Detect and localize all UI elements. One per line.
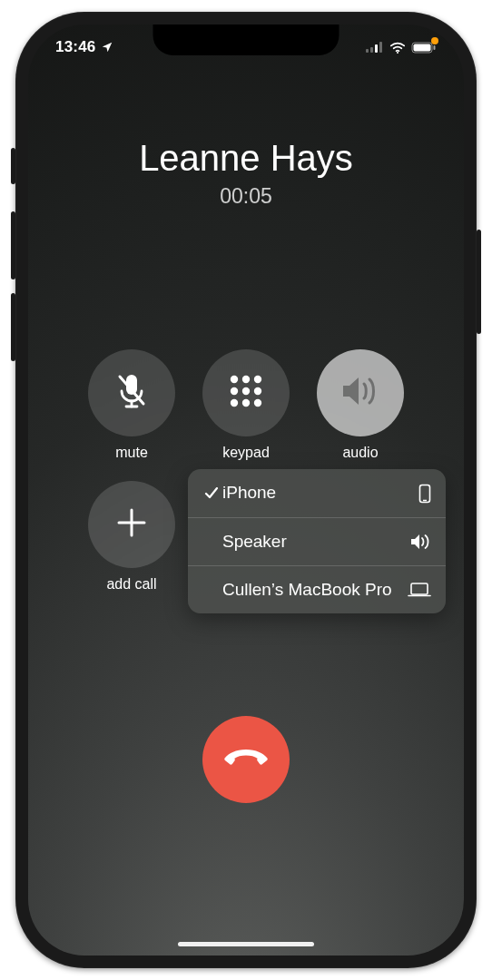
laptop-icon (408, 582, 431, 598)
microphone-indicator-icon (431, 37, 438, 44)
call-duration: 00:05 (28, 184, 464, 209)
home-indicator[interactable] (178, 942, 314, 946)
svg-point-14 (254, 387, 261, 395)
add-call-label: add call (106, 576, 156, 593)
audio-route-speaker[interactable]: Speaker (188, 517, 446, 565)
end-call-icon (222, 747, 270, 772)
keypad-label: keypad (222, 445, 270, 461)
svg-point-4 (397, 51, 399, 53)
audio-route-menu: iPhone Speaker (188, 469, 446, 613)
mute-label: mute (115, 445, 148, 461)
iphone-frame: 13:46 (15, 12, 477, 968)
audio-button[interactable]: audio (316, 349, 405, 461)
caller-name: Leanne Hays (28, 138, 464, 179)
svg-rect-20 (411, 583, 428, 594)
svg-point-17 (254, 399, 261, 407)
svg-rect-2 (375, 44, 378, 53)
phone-outline-icon (408, 484, 431, 504)
wifi-icon (389, 42, 406, 54)
end-call-button[interactable] (202, 716, 290, 803)
svg-rect-6 (414, 44, 431, 51)
notch (153, 24, 339, 55)
microphone-mute-icon (113, 371, 150, 415)
svg-point-16 (242, 399, 250, 407)
speaker-icon (339, 373, 381, 413)
speaker-icon (408, 533, 431, 551)
keypad-icon (227, 372, 265, 414)
status-time: 13:46 (55, 38, 95, 56)
svg-point-10 (242, 376, 250, 383)
audio-route-label: iPhone (222, 483, 408, 504)
audio-route-iphone[interactable]: iPhone (188, 469, 446, 517)
svg-point-11 (254, 376, 261, 383)
svg-point-13 (242, 387, 250, 395)
svg-rect-7 (434, 45, 436, 50)
audio-route-label: Cullen’s MacBook Pro (222, 580, 408, 601)
keypad-button[interactable]: keypad (202, 349, 290, 461)
audio-route-macbook[interactable]: Cullen’s MacBook Pro (188, 565, 446, 613)
add-call-button[interactable]: add call (87, 481, 176, 593)
svg-rect-1 (370, 47, 373, 53)
location-arrow-icon (101, 41, 113, 54)
audio-route-label: Speaker (222, 532, 408, 553)
svg-point-9 (231, 376, 238, 383)
svg-point-12 (231, 387, 238, 395)
audio-label: audio (342, 445, 378, 461)
mute-button[interactable]: mute (87, 349, 176, 461)
svg-rect-0 (366, 49, 369, 53)
checkmark-icon (201, 487, 222, 500)
screen: 13:46 (28, 24, 464, 956)
svg-rect-18 (420, 485, 430, 502)
plus-icon (113, 505, 150, 544)
svg-point-15 (231, 399, 238, 407)
svg-rect-3 (379, 42, 382, 53)
cellular-signal-icon (366, 42, 384, 53)
